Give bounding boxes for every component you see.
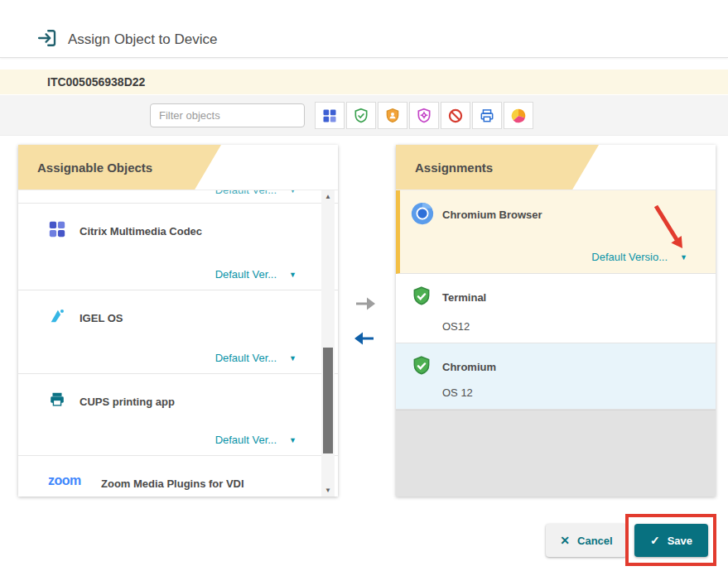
assignment-name: Chromium Browser	[442, 209, 542, 221]
object-name: IGEL OS	[80, 312, 123, 324]
version-label: Default Ver...	[215, 434, 277, 446]
assign-object-dialog: Assign Object to Device ITC005056938D22	[0, 0, 728, 571]
version-dropdown[interactable]: Default Ver... ▼	[215, 352, 297, 364]
assign-object-icon	[36, 26, 59, 50]
assignments-empty-area	[396, 410, 716, 497]
assignable-objects-panel: Assignable Objects Default Ver... ▼ Citr…	[18, 145, 338, 497]
excluded-objects-filter-button[interactable]	[441, 102, 470, 129]
assignments-header: Assignments	[396, 145, 716, 190]
object-filter-toolbar	[0, 95, 728, 136]
assignment-item-terminal[interactable]: Terminal OS12	[396, 274, 716, 343]
cancel-x-icon: ✕	[560, 534, 570, 547]
device-id: ITC005056938D22	[47, 70, 145, 94]
assignment-name: Terminal	[442, 291, 486, 304]
chevron-down-icon: ▼	[289, 271, 297, 279]
list-item-cups-printing-app[interactable]: CUPS printing app Default Ver... ▼	[18, 374, 338, 456]
version-dropdown[interactable]: Default Ver... ▼	[215, 268, 297, 281]
filter-objects-input[interactable]	[150, 103, 305, 127]
scroll-up-icon[interactable]: ▲	[321, 190, 335, 203]
assignable-objects-list: Default Ver... ▼ Citrix Multimedia Codec…	[18, 190, 338, 497]
cancel-label: Cancel	[577, 535, 613, 547]
profile-shield-green-icon	[353, 108, 369, 124]
apps-filter-button[interactable]	[315, 102, 345, 129]
assignment-os-label: OS12	[442, 320, 470, 333]
list-item-igel-os[interactable]: IGEL OS Default Ver... ▼	[18, 290, 338, 374]
version-label: Default Ver...	[215, 190, 277, 196]
chromium-browser-icon	[410, 201, 435, 226]
list-item-citrix-multimedia-codec[interactable]: Citrix Multimedia Codec Default Ver... ▼	[18, 204, 338, 290]
assignments-title: Assignments	[415, 161, 493, 175]
assignment-item-chromium-browser[interactable]: Chromium Browser Default Versio... ▼	[396, 190, 716, 274]
profile-shield-icon	[411, 286, 432, 307]
unassign-arrow-button[interactable]	[353, 329, 375, 348]
custom-apps-wheel-icon	[510, 108, 527, 124]
version-label: Default Versio...	[591, 251, 668, 263]
cups-printer-icon	[48, 391, 66, 409]
template-profile-shield-icon	[416, 108, 432, 124]
profiles-filter-button[interactable]	[346, 102, 376, 129]
scroll-down-icon[interactable]: ▼	[321, 484, 335, 497]
vertical-scrollbar[interactable]: ▲ ▼	[321, 190, 335, 497]
version-label: Default Ver...	[215, 352, 277, 364]
version-dropdown[interactable]: Default Ver... ▼	[215, 190, 297, 196]
save-label: Save	[668, 535, 692, 547]
chevron-down-icon: ▼	[289, 436, 297, 444]
save-button[interactable]: ✓ Save	[634, 524, 708, 557]
version-dropdown[interactable]: Default Versio... ▼	[591, 251, 687, 263]
chevron-down-icon: ▼	[680, 253, 687, 262]
assignment-os-label: OS 12	[442, 386, 473, 399]
printer-objects-icon	[479, 108, 495, 124]
custom-apps-filter-button[interactable]	[504, 102, 533, 129]
scrollbar-thumb[interactable]	[323, 348, 333, 453]
assignable-objects-title: Assignable Objects	[37, 161, 152, 175]
chevron-down-icon: ▼	[289, 354, 297, 362]
device-bar: ITC005056938D22	[0, 70, 728, 94]
profile-shield-icon	[411, 355, 432, 377]
list-item-partial[interactable]: Default Ver... ▼	[18, 190, 338, 204]
igel-os-icon	[48, 307, 66, 325]
master-profiles-filter-button[interactable]	[378, 102, 407, 129]
chevron-down-icon: ▼	[289, 190, 297, 194]
printers-filter-button[interactable]	[472, 102, 502, 129]
version-label: Default Ver...	[215, 268, 277, 281]
object-name: Zoom Media Plugins for VDI	[101, 477, 244, 490]
assignments-panel: Assignments Chromium Browser Default Ver…	[396, 145, 716, 497]
dialog-title: Assign Object to Device	[68, 31, 217, 48]
citrix-codec-icon	[48, 220, 66, 238]
excluded-objects-icon	[447, 108, 464, 124]
save-check-icon: ✓	[650, 534, 660, 547]
dialog-header: Assign Object to Device	[0, 0, 728, 58]
assignable-objects-header: Assignable Objects	[18, 145, 338, 190]
apps-grid-icon	[321, 108, 338, 124]
zoom-wordmark-icon: zoom	[48, 473, 81, 488]
version-dropdown[interactable]: Default Ver... ▼	[215, 434, 297, 446]
assign-arrow-button[interactable]	[354, 295, 377, 313]
template-profiles-filter-button[interactable]	[409, 102, 439, 129]
assignments-list: Chromium Browser Default Versio... ▼ Ter…	[396, 190, 716, 497]
cancel-button[interactable]: ✕ Cancel	[546, 524, 627, 557]
object-type-filters	[315, 102, 533, 129]
assignment-name: Chromium	[442, 361, 496, 373]
list-item-zoom-media-plugins[interactable]: zoom Zoom Media Plugins for VDI	[18, 456, 338, 497]
profile-shield-orange-icon	[384, 108, 401, 124]
object-name: CUPS printing app	[80, 396, 175, 408]
object-name: Citrix Multimedia Codec	[80, 225, 202, 238]
assignment-item-chromium[interactable]: Chromium OS 12	[396, 343, 716, 410]
